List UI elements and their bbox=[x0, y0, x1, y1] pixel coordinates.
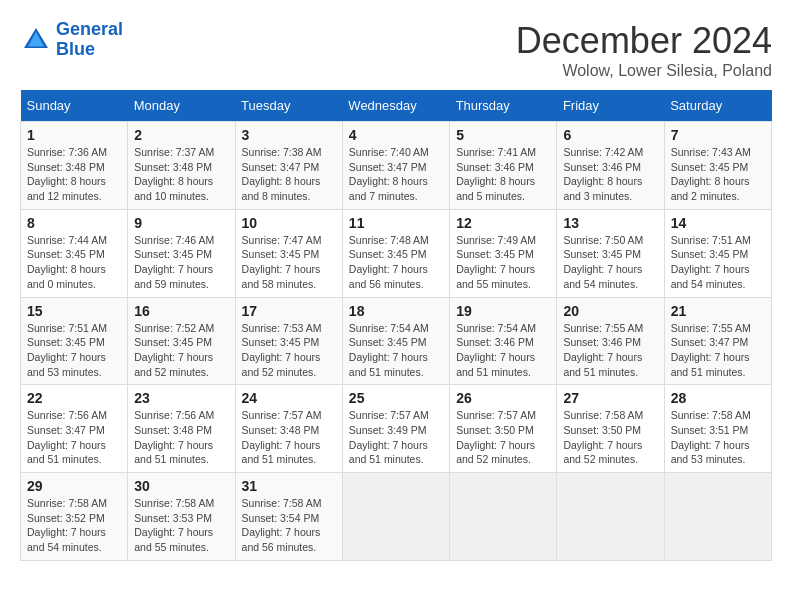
col-header-wednesday: Wednesday bbox=[342, 90, 449, 122]
day-cell: 28Sunrise: 7:58 AM Sunset: 3:51 PM Dayli… bbox=[664, 385, 771, 473]
day-info: Sunrise: 7:57 AM Sunset: 3:48 PM Dayligh… bbox=[242, 408, 336, 467]
day-info: Sunrise: 7:48 AM Sunset: 3:45 PM Dayligh… bbox=[349, 233, 443, 292]
day-cell: 1Sunrise: 7:36 AM Sunset: 3:48 PM Daylig… bbox=[21, 122, 128, 210]
col-header-thursday: Thursday bbox=[450, 90, 557, 122]
day-number: 7 bbox=[671, 127, 765, 143]
day-info: Sunrise: 7:50 AM Sunset: 3:45 PM Dayligh… bbox=[563, 233, 657, 292]
col-header-saturday: Saturday bbox=[664, 90, 771, 122]
day-info: Sunrise: 7:58 AM Sunset: 3:51 PM Dayligh… bbox=[671, 408, 765, 467]
day-info: Sunrise: 7:52 AM Sunset: 3:45 PM Dayligh… bbox=[134, 321, 228, 380]
logo-line2: Blue bbox=[56, 39, 95, 59]
day-info: Sunrise: 7:51 AM Sunset: 3:45 PM Dayligh… bbox=[671, 233, 765, 292]
col-header-tuesday: Tuesday bbox=[235, 90, 342, 122]
day-number: 10 bbox=[242, 215, 336, 231]
day-info: Sunrise: 7:58 AM Sunset: 3:53 PM Dayligh… bbox=[134, 496, 228, 555]
day-number: 6 bbox=[563, 127, 657, 143]
col-header-friday: Friday bbox=[557, 90, 664, 122]
day-cell: 26Sunrise: 7:57 AM Sunset: 3:50 PM Dayli… bbox=[450, 385, 557, 473]
day-info: Sunrise: 7:56 AM Sunset: 3:48 PM Dayligh… bbox=[134, 408, 228, 467]
day-cell: 29Sunrise: 7:58 AM Sunset: 3:52 PM Dayli… bbox=[21, 473, 128, 561]
calendar-table: SundayMondayTuesdayWednesdayThursdayFrid… bbox=[20, 90, 772, 561]
day-cell: 17Sunrise: 7:53 AM Sunset: 3:45 PM Dayli… bbox=[235, 297, 342, 385]
day-info: Sunrise: 7:57 AM Sunset: 3:49 PM Dayligh… bbox=[349, 408, 443, 467]
day-cell: 23Sunrise: 7:56 AM Sunset: 3:48 PM Dayli… bbox=[128, 385, 235, 473]
day-info: Sunrise: 7:53 AM Sunset: 3:45 PM Dayligh… bbox=[242, 321, 336, 380]
day-number: 16 bbox=[134, 303, 228, 319]
day-cell bbox=[342, 473, 449, 561]
day-cell: 8Sunrise: 7:44 AM Sunset: 3:45 PM Daylig… bbox=[21, 209, 128, 297]
day-number: 8 bbox=[27, 215, 121, 231]
day-number: 5 bbox=[456, 127, 550, 143]
day-info: Sunrise: 7:44 AM Sunset: 3:45 PM Dayligh… bbox=[27, 233, 121, 292]
day-number: 14 bbox=[671, 215, 765, 231]
logo-icon bbox=[20, 24, 52, 56]
day-number: 4 bbox=[349, 127, 443, 143]
week-row-4: 22Sunrise: 7:56 AM Sunset: 3:47 PM Dayli… bbox=[21, 385, 772, 473]
day-cell: 13Sunrise: 7:50 AM Sunset: 3:45 PM Dayli… bbox=[557, 209, 664, 297]
day-info: Sunrise: 7:57 AM Sunset: 3:50 PM Dayligh… bbox=[456, 408, 550, 467]
day-number: 11 bbox=[349, 215, 443, 231]
day-info: Sunrise: 7:55 AM Sunset: 3:47 PM Dayligh… bbox=[671, 321, 765, 380]
col-header-sunday: Sunday bbox=[21, 90, 128, 122]
day-number: 19 bbox=[456, 303, 550, 319]
day-cell: 27Sunrise: 7:58 AM Sunset: 3:50 PM Dayli… bbox=[557, 385, 664, 473]
day-number: 15 bbox=[27, 303, 121, 319]
logo: General Blue bbox=[20, 20, 123, 60]
day-cell: 18Sunrise: 7:54 AM Sunset: 3:45 PM Dayli… bbox=[342, 297, 449, 385]
day-cell bbox=[557, 473, 664, 561]
day-info: Sunrise: 7:56 AM Sunset: 3:47 PM Dayligh… bbox=[27, 408, 121, 467]
day-cell: 22Sunrise: 7:56 AM Sunset: 3:47 PM Dayli… bbox=[21, 385, 128, 473]
day-info: Sunrise: 7:46 AM Sunset: 3:45 PM Dayligh… bbox=[134, 233, 228, 292]
day-info: Sunrise: 7:55 AM Sunset: 3:46 PM Dayligh… bbox=[563, 321, 657, 380]
day-number: 9 bbox=[134, 215, 228, 231]
day-number: 27 bbox=[563, 390, 657, 406]
day-number: 13 bbox=[563, 215, 657, 231]
day-number: 12 bbox=[456, 215, 550, 231]
day-cell: 7Sunrise: 7:43 AM Sunset: 3:45 PM Daylig… bbox=[664, 122, 771, 210]
day-info: Sunrise: 7:43 AM Sunset: 3:45 PM Dayligh… bbox=[671, 145, 765, 204]
day-cell: 14Sunrise: 7:51 AM Sunset: 3:45 PM Dayli… bbox=[664, 209, 771, 297]
day-number: 21 bbox=[671, 303, 765, 319]
day-info: Sunrise: 7:41 AM Sunset: 3:46 PM Dayligh… bbox=[456, 145, 550, 204]
logo-line1: General bbox=[56, 19, 123, 39]
day-cell: 12Sunrise: 7:49 AM Sunset: 3:45 PM Dayli… bbox=[450, 209, 557, 297]
day-cell bbox=[450, 473, 557, 561]
day-cell: 20Sunrise: 7:55 AM Sunset: 3:46 PM Dayli… bbox=[557, 297, 664, 385]
day-info: Sunrise: 7:54 AM Sunset: 3:46 PM Dayligh… bbox=[456, 321, 550, 380]
week-row-3: 15Sunrise: 7:51 AM Sunset: 3:45 PM Dayli… bbox=[21, 297, 772, 385]
day-cell: 31Sunrise: 7:58 AM Sunset: 3:54 PM Dayli… bbox=[235, 473, 342, 561]
day-number: 23 bbox=[134, 390, 228, 406]
day-cell: 2Sunrise: 7:37 AM Sunset: 3:48 PM Daylig… bbox=[128, 122, 235, 210]
day-info: Sunrise: 7:37 AM Sunset: 3:48 PM Dayligh… bbox=[134, 145, 228, 204]
day-cell: 19Sunrise: 7:54 AM Sunset: 3:46 PM Dayli… bbox=[450, 297, 557, 385]
day-number: 25 bbox=[349, 390, 443, 406]
day-cell: 5Sunrise: 7:41 AM Sunset: 3:46 PM Daylig… bbox=[450, 122, 557, 210]
day-cell: 25Sunrise: 7:57 AM Sunset: 3:49 PM Dayli… bbox=[342, 385, 449, 473]
day-info: Sunrise: 7:36 AM Sunset: 3:48 PM Dayligh… bbox=[27, 145, 121, 204]
day-info: Sunrise: 7:51 AM Sunset: 3:45 PM Dayligh… bbox=[27, 321, 121, 380]
day-number: 20 bbox=[563, 303, 657, 319]
day-info: Sunrise: 7:58 AM Sunset: 3:54 PM Dayligh… bbox=[242, 496, 336, 555]
day-cell: 30Sunrise: 7:58 AM Sunset: 3:53 PM Dayli… bbox=[128, 473, 235, 561]
day-cell: 16Sunrise: 7:52 AM Sunset: 3:45 PM Dayli… bbox=[128, 297, 235, 385]
day-number: 30 bbox=[134, 478, 228, 494]
day-number: 31 bbox=[242, 478, 336, 494]
week-row-2: 8Sunrise: 7:44 AM Sunset: 3:45 PM Daylig… bbox=[21, 209, 772, 297]
day-number: 18 bbox=[349, 303, 443, 319]
day-number: 24 bbox=[242, 390, 336, 406]
day-cell: 15Sunrise: 7:51 AM Sunset: 3:45 PM Dayli… bbox=[21, 297, 128, 385]
day-info: Sunrise: 7:58 AM Sunset: 3:52 PM Dayligh… bbox=[27, 496, 121, 555]
day-cell: 11Sunrise: 7:48 AM Sunset: 3:45 PM Dayli… bbox=[342, 209, 449, 297]
day-cell: 6Sunrise: 7:42 AM Sunset: 3:46 PM Daylig… bbox=[557, 122, 664, 210]
day-number: 17 bbox=[242, 303, 336, 319]
day-cell: 21Sunrise: 7:55 AM Sunset: 3:47 PM Dayli… bbox=[664, 297, 771, 385]
col-header-monday: Monday bbox=[128, 90, 235, 122]
logo-text: General Blue bbox=[56, 20, 123, 60]
week-row-1: 1Sunrise: 7:36 AM Sunset: 3:48 PM Daylig… bbox=[21, 122, 772, 210]
day-number: 22 bbox=[27, 390, 121, 406]
day-info: Sunrise: 7:47 AM Sunset: 3:45 PM Dayligh… bbox=[242, 233, 336, 292]
day-cell: 24Sunrise: 7:57 AM Sunset: 3:48 PM Dayli… bbox=[235, 385, 342, 473]
day-number: 26 bbox=[456, 390, 550, 406]
day-number: 2 bbox=[134, 127, 228, 143]
day-cell: 4Sunrise: 7:40 AM Sunset: 3:47 PM Daylig… bbox=[342, 122, 449, 210]
